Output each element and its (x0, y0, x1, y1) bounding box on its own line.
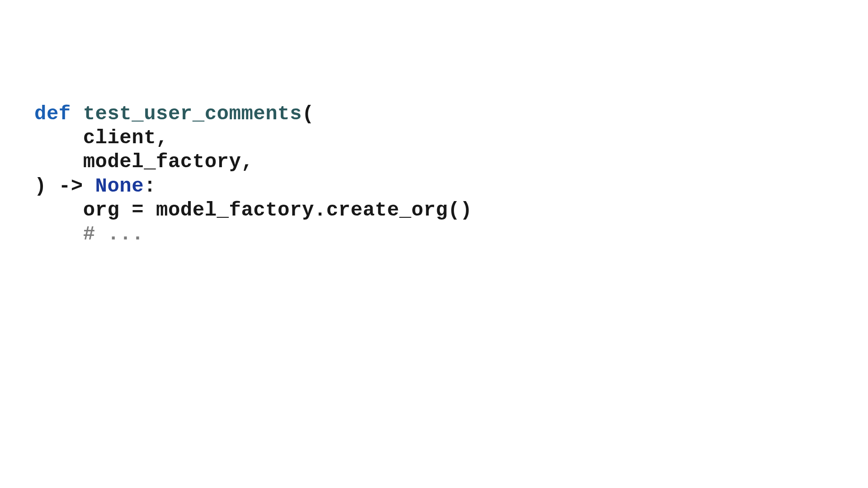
statement-org: org = model_factory.create_org() (83, 199, 472, 221)
comment-ellipsis: # ... (83, 223, 144, 245)
space (71, 103, 83, 125)
code-line-5: org = model_factory.create_org() (34, 198, 868, 222)
colon: : (144, 175, 156, 197)
code-line-1: def test_user_comments( (34, 102, 868, 126)
keyword-none: None (95, 175, 144, 197)
code-block: def test_user_comments( client, model_fa… (0, 0, 868, 246)
code-line-4: ) -> None: (34, 174, 868, 198)
param-model-factory: model_factory, (83, 150, 254, 173)
indent (34, 150, 83, 173)
indent (34, 223, 83, 245)
param-client: client, (83, 127, 168, 149)
code-line-3: model_factory, (34, 150, 868, 174)
code-line-2: client, (34, 126, 868, 150)
code-line-6: # ... (34, 222, 868, 246)
close-paren: ) (34, 175, 59, 197)
indent (34, 127, 83, 149)
keyword-def: def (34, 103, 71, 125)
open-paren: ( (302, 103, 314, 125)
indent (34, 199, 83, 221)
function-name: test_user_comments (83, 103, 302, 125)
arrow: -> (59, 175, 95, 197)
